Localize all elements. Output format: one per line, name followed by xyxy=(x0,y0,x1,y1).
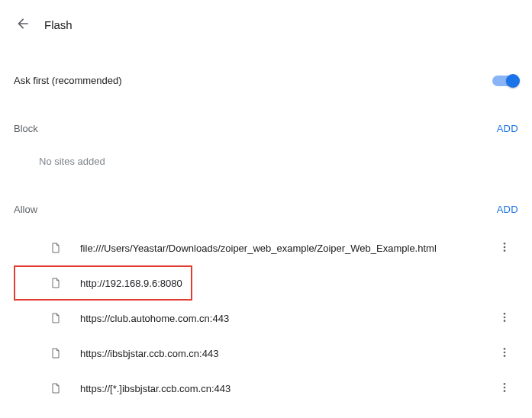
arrow-left-icon xyxy=(15,16,31,34)
svg-point-6 xyxy=(504,313,506,315)
site-url: https://ibsbjstar.ccb.com.cn:443 xyxy=(80,348,518,359)
file-icon xyxy=(50,242,62,254)
allow-site-row-highlighted[interactable]: http://192.168.9.6:8080 xyxy=(14,265,192,301)
page-title: Flash xyxy=(44,18,73,31)
allow-site-row[interactable]: https://ibsbjstar.ccb.com.cn:443 xyxy=(14,336,518,371)
svg-point-14 xyxy=(504,390,506,392)
site-more-button[interactable] xyxy=(491,339,518,367)
site-url: https://[*.]ibsbjstar.ccb.com.cn:443 xyxy=(80,383,518,394)
allow-section-header: Allow ADD xyxy=(14,193,518,226)
ask-first-row: Ask first (recommended) xyxy=(14,64,518,97)
back-button[interactable] xyxy=(9,11,37,38)
ask-first-label: Ask first (recommended) xyxy=(14,75,122,86)
svg-point-9 xyxy=(504,348,506,350)
svg-point-0 xyxy=(504,243,506,245)
block-empty-text: No sites added xyxy=(14,145,518,178)
file-icon xyxy=(50,347,62,359)
svg-point-13 xyxy=(504,386,506,388)
more-vertical-icon xyxy=(498,381,511,396)
file-icon xyxy=(50,277,62,289)
file-icon xyxy=(50,382,62,394)
svg-point-8 xyxy=(504,320,506,322)
site-row-actions xyxy=(491,301,518,336)
block-add-button[interactable]: ADD xyxy=(497,123,518,134)
more-vertical-icon xyxy=(498,346,511,361)
svg-point-1 xyxy=(504,246,506,248)
allow-site-row[interactable]: file:///Users/Yeastar/Downloads/zoiper_w… xyxy=(14,230,518,265)
allow-site-row[interactable]: https://club.autohome.com.cn:443 xyxy=(14,301,518,336)
svg-point-2 xyxy=(504,249,506,252)
allow-site-list: file:///Users/Yeastar/Downloads/zoiper_w… xyxy=(14,226,518,406)
site-row-actions xyxy=(491,230,518,265)
site-row-actions xyxy=(491,336,518,371)
site-row-actions xyxy=(491,371,518,406)
ask-first-toggle[interactable] xyxy=(492,76,518,86)
site-more-button[interactable] xyxy=(491,304,518,332)
allow-heading: Allow xyxy=(14,204,37,215)
site-more-button[interactable] xyxy=(491,234,518,262)
block-heading: Block xyxy=(14,123,38,134)
svg-point-11 xyxy=(504,355,506,357)
block-section-header: Block ADD xyxy=(14,112,518,145)
file-icon xyxy=(50,312,62,324)
site-url: http://192.168.9.6:8080 xyxy=(80,278,191,289)
svg-point-7 xyxy=(504,316,506,318)
more-vertical-icon xyxy=(498,241,511,256)
more-vertical-icon xyxy=(498,311,511,326)
allow-add-button[interactable]: ADD xyxy=(497,204,518,215)
site-more-button[interactable] xyxy=(491,375,518,402)
allow-site-row[interactable]: https://[*.]ibsbjstar.ccb.com.cn:443 xyxy=(14,371,518,406)
site-url: file:///Users/Yeastar/Downloads/zoiper_w… xyxy=(80,243,518,254)
svg-point-10 xyxy=(504,351,506,353)
toggle-thumb xyxy=(506,74,520,88)
svg-point-12 xyxy=(504,383,506,385)
site-url: https://club.autohome.com.cn:443 xyxy=(80,313,518,324)
page-header: Flash xyxy=(14,8,518,49)
